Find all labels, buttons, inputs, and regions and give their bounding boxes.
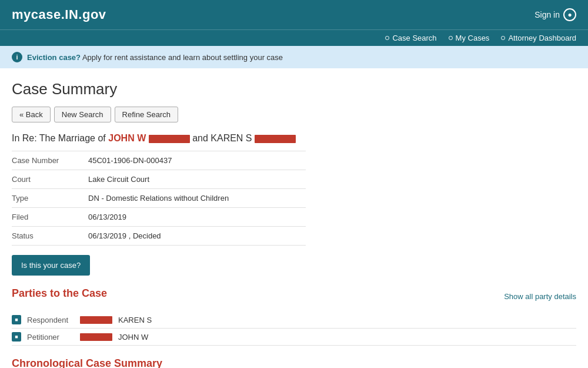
field-label-status: Status	[12, 227, 88, 246]
table-row: Filed 06/13/2019	[12, 208, 306, 227]
eviction-link[interactable]: Eviction case?	[27, 53, 81, 62]
case-title-john: JOHN W	[108, 133, 148, 143]
case-title-prefix: In Re: The Marriage of	[12, 133, 108, 143]
chronological-title: Chronological Case Summary	[12, 357, 576, 368]
redacted-last-name-john	[149, 135, 190, 143]
site-logo: mycase.IN.gov	[12, 7, 106, 22]
nav-my-cases[interactable]: My Cases	[449, 34, 490, 42]
show-all-party-details-link[interactable]: Show all party details	[504, 292, 576, 301]
signin-button[interactable]: Sign in ●	[534, 8, 576, 21]
parties-header: Parties to the Case Show all party detai…	[12, 287, 576, 306]
parties-title: Parties to the Case	[12, 287, 107, 300]
field-value-case-number: 45C01-1906-DN-000437	[88, 151, 306, 170]
field-label-court: Court	[12, 170, 88, 189]
field-value-type: DN - Domestic Relations without Children	[88, 189, 306, 208]
party-role-petitioner: Petitioner	[27, 333, 74, 342]
field-label-type: Type	[12, 189, 88, 208]
banner-text: Eviction case? Apply for rent assistance…	[27, 53, 283, 62]
info-icon: i	[12, 52, 22, 62]
main-nav: Case Search My Cases Attorney Dashboard	[0, 29, 588, 46]
user-icon: ●	[563, 8, 576, 21]
your-case-button[interactable]: Is this your case?	[12, 255, 90, 276]
nav-case-search[interactable]: Case Search	[385, 34, 436, 42]
chronological-section: Chronological Case Summary 06/13/2019 Ca…	[12, 357, 576, 368]
party-name-respondent: KAREN S	[118, 316, 152, 324]
case-details-table: Case Number 45C01-1906-DN-000437 Court L…	[12, 151, 306, 246]
nav-dot-my-cases	[449, 36, 453, 40]
field-label-case-number: Case Number	[12, 151, 88, 170]
back-button[interactable]: « Back	[12, 107, 51, 122]
case-title: In Re: The Marriage of JOHN W and KAREN …	[12, 133, 576, 144]
party-icon-petitioner: ■	[12, 332, 21, 342]
party-icon-respondent: ■	[12, 315, 21, 324]
redacted-last-name-karen	[255, 135, 296, 143]
nav-dot-case-search	[385, 36, 389, 40]
action-buttons: « Back New Search Refine Search	[12, 107, 576, 122]
signin-label: Sign in	[534, 10, 560, 19]
table-row: Court Lake Circuit Court	[12, 170, 306, 189]
eviction-banner: i Eviction case? Apply for rent assistan…	[0, 46, 588, 68]
party-row-petitioner: ■ Petitioner JOHN W	[12, 329, 576, 346]
field-value-filed: 06/13/2019	[88, 208, 306, 227]
field-label-filed: Filed	[12, 208, 88, 227]
refine-search-button[interactable]: Refine Search	[115, 107, 178, 122]
party-name-petitioner: JOHN W	[118, 333, 148, 342]
redacted-name-petitioner	[80, 333, 112, 341]
nav-attorney-dashboard[interactable]: Attorney Dashboard	[501, 34, 576, 42]
nav-dot-attorney	[501, 36, 505, 40]
party-row-respondent: ■ Respondent KAREN S	[12, 311, 576, 329]
field-value-court: Lake Circuit Court	[88, 170, 306, 189]
new-search-button[interactable]: New Search	[54, 107, 111, 122]
party-role-respondent: Respondent	[27, 316, 74, 324]
page-title: Case Summary	[12, 80, 576, 98]
field-value-status: 06/13/2019 , Decided	[88, 227, 306, 246]
main-content: Case Summary « Back New Search Refine Se…	[0, 68, 588, 368]
case-title-and: and KAREN S	[192, 133, 255, 143]
redacted-name-respondent	[80, 316, 112, 324]
table-row: Type DN - Domestic Relations without Chi…	[12, 189, 306, 208]
table-row: Case Number 45C01-1906-DN-000437	[12, 151, 306, 170]
site-header: mycase.IN.gov Sign in ●	[0, 0, 588, 29]
table-row: Status 06/13/2019 , Decided	[12, 227, 306, 246]
